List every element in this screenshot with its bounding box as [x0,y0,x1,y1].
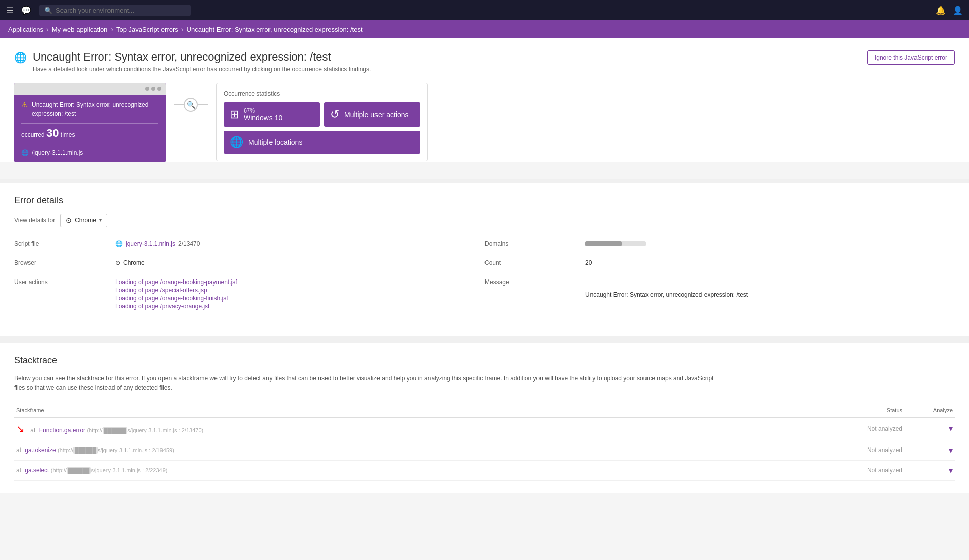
breadcrumb-my-web-application[interactable]: My web application [52,26,108,33]
locations-stat-card[interactable]: 🌐 Multiple locations [224,131,420,154]
error-details-title: Error details [14,195,955,206]
analyze-chevron-1[interactable]: ▾ [949,446,953,455]
search-input[interactable] [56,7,186,14]
occurred-suffix: times [61,131,75,138]
browser-titlebar [14,83,166,95]
frame-analyze-cell-2[interactable]: ▾ [904,460,955,480]
breadcrumb-sep-1: › [46,25,49,33]
chrome-icon: ⊙ [66,216,72,225]
windows-stat-card[interactable]: ⊞ 67% Windows 10 [224,102,320,127]
user-action-2[interactable]: Loading of page /special-offers.jsp [115,287,484,294]
breadcrumb-current: Uncaught Error: Syntax error, unrecogniz… [187,26,363,33]
user-actions-label: User actions [14,275,115,314]
page-subtitle: Have a detailed look under which conditi… [33,66,371,73]
analyze-chevron-2[interactable]: ▾ [949,466,953,475]
stacktrace-table: Stackframe Status Analyze ↘ at Function.… [14,403,955,481]
stacktrace-header-row: Stackframe Status Analyze [14,403,955,418]
section-separator [0,179,969,183]
error-card-text: Uncaught Error: Syntax error, unrecogniz… [32,101,158,118]
notification-icon[interactable]: 🔔 [936,6,946,15]
frame-url-2: (http://██████s/jquery-3.1.1.min.js : 2/… [51,467,168,473]
frame-status-cell-1: Not analyzed [803,440,904,460]
ignore-button[interactable]: Ignore this JavaScript error [867,50,955,65]
script-file-link[interactable]: jquery-3.1.1.min.js [126,240,175,247]
user-icon[interactable]: 👤 [953,6,963,15]
user-actions-stat-card[interactable]: ↺ Multiple user actions [324,102,420,127]
details-grid: Script file 🌐 jquery-3.1.1.min.js 2/1347… [14,237,955,314]
error-card-section: ⚠ Uncaught Error: Syntax error, unrecogn… [14,83,955,162]
script-file-globe-icon: 🌐 [115,240,123,247]
col-status: Status [803,403,904,418]
stacktrace-row: at ga.tokenize (http://██████s/jquery-3.… [14,440,955,460]
message-value: Uncaught Error: Syntax error, unrecogniz… [585,275,955,314]
breadcrumb-top-js-errors[interactable]: Top JavaScript errors [116,26,178,33]
browser-dot-3 [157,87,162,91]
page-title: Uncaught Error: Syntax error, unrecogniz… [33,50,371,64]
script-file-line: 2/13470 [178,240,200,247]
user-action-4[interactable]: Loading of page /privacy-orange.jsf [115,303,484,310]
analyze-chevron-0[interactable]: ▾ [949,424,953,433]
hamburger-icon[interactable]: ☰ [6,6,13,15]
user-action-3[interactable]: Loading of page /orange-booking-finish.j… [115,295,484,302]
page-header-left: 🌐 Uncaught Error: Syntax error, unrecogn… [14,50,371,73]
chat-icon[interactable]: 💬 [21,6,31,15]
occ-stats-title: Occurrence statistics [224,90,420,97]
breadcrumb-sep-2: › [111,25,113,33]
view-details-row: View details for ⊙ Chrome ▾ [14,214,955,227]
message-label: Message [484,275,585,314]
browser-icon-small: ⊙ [115,259,120,266]
globe-icon: 🌐 [14,51,27,64]
stackframe-cell-0: ↘ at Function.ga.error (http://██████s/j… [14,417,803,440]
occ-stats-grid: ⊞ 67% Windows 10 ↺ Multiple user actions… [224,102,420,154]
frame-analyze-cell-1[interactable]: ▾ [904,440,955,460]
breadcrumb: Applications › My web application › Top … [0,20,969,38]
browser-dot-2 [151,87,155,91]
connector-line-left [174,104,184,105]
error-browser-card: ⚠ Uncaught Error: Syntax error, unrecogn… [14,83,166,162]
occurred-label: occurred [21,131,45,138]
page-header: 🌐 Uncaught Error: Syntax error, unrecogn… [14,50,955,73]
browser-dot-1 [145,87,149,91]
frame-prefix-2: at [16,467,21,474]
user-actions-value: Loading of page /orange-booking-payment.… [115,275,484,314]
browser-value-text: Chrome [123,259,145,266]
breadcrumb-applications[interactable]: Applications [8,26,43,33]
stackframe-cell-2: at ga.select (http://██████s/jquery-3.1.… [14,460,803,480]
search-icon: 🔍 [44,7,52,14]
script-name: /jquery-3.1.1.min.js [32,149,83,156]
error-details-section: Error details View details for ⊙ Chrome … [0,183,969,336]
frame-func-1[interactable]: ga.tokenize [25,446,56,454]
domain-bar-fill [585,241,622,246]
frame-func-0[interactable]: Function.ga.error [39,427,85,434]
magnify-icon: 🔍 [184,98,198,112]
browser-label: Browser [14,256,115,269]
windows-label: Windows 10 [244,114,282,122]
top-navigation: ☰ 💬 🔍 🔔 👤 [0,0,969,20]
count-value: 20 [585,256,955,269]
status-not-analyzed-2: Not analyzed [867,467,902,474]
windows-pct: 67% [244,107,282,114]
error-msg-row: ⚠ Uncaught Error: Syntax error, unrecogn… [21,101,158,118]
stacktrace-section: Stacktrace Below you can see the stacktr… [0,340,969,493]
browser-dropdown[interactable]: ⊙ Chrome ▾ [60,214,107,227]
chevron-down-icon: ▾ [99,217,102,223]
breadcrumb-sep-3: › [181,25,184,33]
user-action-1[interactable]: Loading of page /orange-booking-payment.… [115,278,484,286]
script-file-label: Script file [14,237,115,250]
stacktrace-row: ↘ at Function.ga.error (http://██████s/j… [14,417,955,440]
frame-prefix-0: at [30,427,35,434]
search-box[interactable]: 🔍 [39,5,191,16]
browser-dropdown-value: Chrome [75,217,96,224]
frame-analyze-cell-0[interactable]: ▾ [904,417,955,440]
locations-icon: 🌐 [230,136,243,149]
script-icon: 🌐 [21,149,29,156]
script-row: 🌐 /jquery-3.1.1.min.js [21,145,158,156]
windows-stat-content: 67% Windows 10 [244,107,282,122]
main-content: 🌐 Uncaught Error: Syntax error, unrecogn… [0,38,969,162]
occurrence-stats-box: Occurrence statistics ⊞ 67% Windows 10 ↺… [216,83,428,161]
stackframe-cell-1: at ga.tokenize (http://██████s/jquery-3.… [14,440,803,460]
frame-func-2[interactable]: ga.select [25,467,49,474]
locations-label: Multiple locations [248,138,302,146]
connector-line-right [198,104,208,105]
user-actions-label: Multiple user actions [344,110,409,119]
